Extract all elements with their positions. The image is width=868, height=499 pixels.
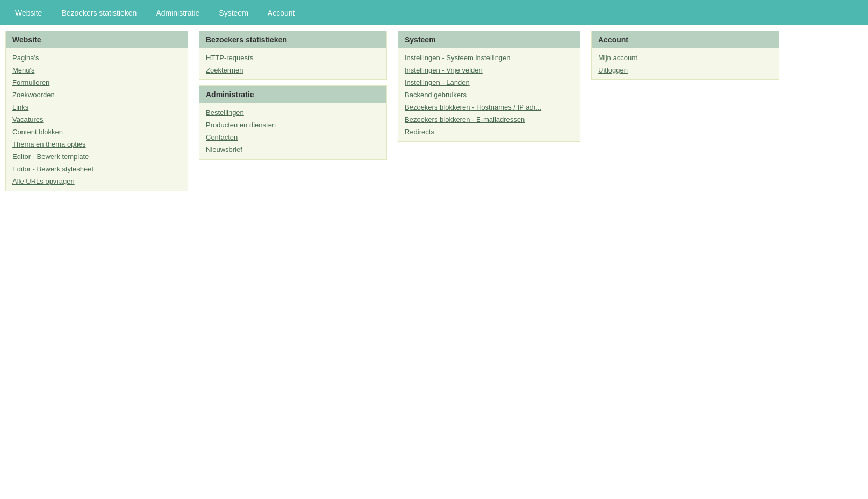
nav-administratie[interactable]: Administratie [146, 9, 209, 17]
link-systeem-instellingen[interactable]: Instellingen - Systeem instellingen [405, 53, 573, 63]
link-content-blokken[interactable]: Content blokken [12, 127, 181, 137]
link-producten[interactable]: Producten en diensten [206, 120, 380, 130]
column-account: Account Mijn account Uitloggen [586, 31, 785, 85]
link-bestellingen[interactable]: Bestellingen [206, 107, 380, 118]
section-website-header: Website [6, 31, 188, 48]
link-http-requests[interactable]: HTTP-requests [206, 53, 380, 63]
nav-account[interactable]: Account [258, 9, 305, 17]
link-menus[interactable]: Menu's [12, 65, 181, 75]
link-editor-stylesheet[interactable]: Editor - Bewerk stylesheet [12, 164, 181, 174]
column-systeem: Systeem Instellingen - Systeem instellin… [392, 31, 586, 147]
section-website: Website Pagina's Menu's Formulieren Zoek… [5, 31, 188, 191]
nav-website[interactable]: Website [5, 9, 52, 17]
section-account-header: Account [592, 31, 779, 48]
section-systeem-header: Systeem [398, 31, 580, 48]
link-redirects[interactable]: Redirects [405, 127, 573, 137]
section-website-links: Pagina's Menu's Formulieren Zoekwoorden … [6, 48, 188, 191]
section-systeem-links: Instellingen - Systeem instellingen Inst… [398, 48, 580, 141]
link-vacatures[interactable]: Vacatures [12, 114, 181, 125]
section-administratie: Administratie Bestellingen Producten en … [199, 85, 387, 160]
link-contacten[interactable]: Contacten [206, 132, 380, 142]
top-navigation: Website Bezoekers statistieken Administr… [0, 0, 868, 25]
nav-bezoekers[interactable]: Bezoekers statistieken [52, 9, 146, 17]
section-administratie-links: Bestellingen Producten en diensten Conta… [199, 103, 386, 159]
link-uitloggen[interactable]: Uitloggen [598, 65, 772, 75]
link-editor-template[interactable]: Editor - Bewerk template [12, 151, 181, 162]
link-zoekwoorden[interactable]: Zoekwoorden [12, 90, 181, 100]
mega-menu: Website Pagina's Menu's Formulieren Zoek… [0, 25, 868, 202]
link-links[interactable]: Links [12, 102, 181, 112]
link-vrije-velden[interactable]: Instellingen - Vrije velden [405, 65, 573, 75]
column-website: Website Pagina's Menu's Formulieren Zoek… [0, 31, 193, 197]
section-bezoekers: Bezoekers statistieken HTTP-requests Zoe… [199, 31, 387, 80]
section-account-links: Mijn account Uitloggen [592, 48, 779, 79]
nav-systeem[interactable]: Systeem [209, 9, 257, 17]
column-bezoekers: Bezoekers statistieken HTTP-requests Zoe… [193, 31, 392, 165]
link-blokkeren-email[interactable]: Bezoekers blokkeren - E-mailadressen [405, 114, 573, 125]
link-formulieren[interactable]: Formulieren [12, 77, 181, 88]
section-administratie-header: Administratie [199, 86, 386, 103]
link-nieuwsbrief[interactable]: Nieuwsbrief [206, 144, 380, 155]
section-systeem: Systeem Instellingen - Systeem instellin… [398, 31, 580, 142]
link-landen[interactable]: Instellingen - Landen [405, 77, 573, 88]
section-account: Account Mijn account Uitloggen [591, 31, 779, 80]
link-thema[interactable]: Thema en thema opties [12, 139, 181, 149]
link-mijn-account[interactable]: Mijn account [598, 53, 772, 63]
section-bezoekers-header: Bezoekers statistieken [199, 31, 386, 48]
link-paginas[interactable]: Pagina's [12, 53, 181, 63]
link-backend-gebruikers[interactable]: Backend gebruikers [405, 90, 573, 100]
link-zoektermen[interactable]: Zoektermen [206, 65, 380, 75]
section-bezoekers-links: HTTP-requests Zoektermen [199, 48, 386, 79]
link-alle-urls[interactable]: Alle URLs opvragen [12, 176, 181, 186]
link-blokkeren-hostnames[interactable]: Bezoekers blokkeren - Hostnames / IP adr… [405, 102, 573, 112]
